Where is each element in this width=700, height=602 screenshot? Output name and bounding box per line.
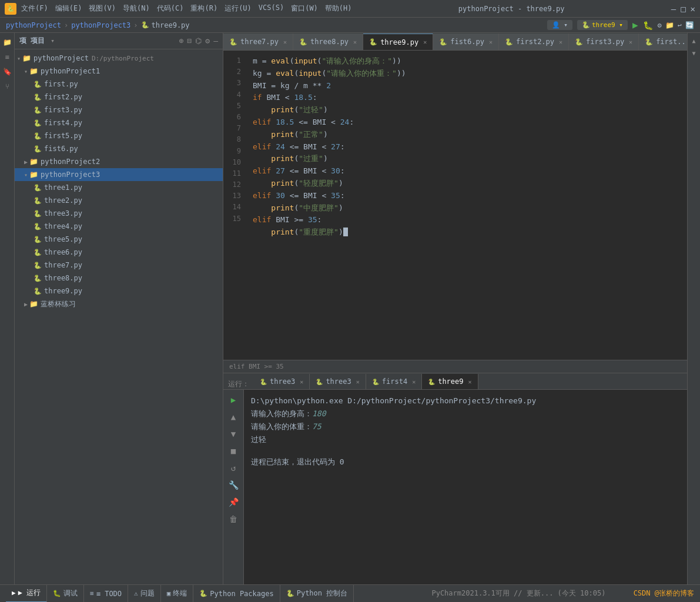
run-output[interactable]: D:\python\python.exe D:/pythonProject/py…	[244, 390, 687, 584]
menu-run[interactable]: 运行(U)	[225, 4, 252, 14]
tab-problems[interactable]: ⚠ 问题	[128, 585, 161, 603]
tree-item-root[interactable]: ▾ 📁 pythonProject D:/pythonProject	[15, 52, 223, 65]
maximize-button[interactable]: □	[681, 4, 685, 14]
tab-terminal[interactable]: ▣ 终端	[161, 585, 194, 603]
tree-item-proj3[interactable]: ▾ 📁 pythonProject3	[15, 168, 223, 181]
menu-window[interactable]: 窗口(W)	[291, 4, 318, 14]
run-wrench-button[interactable]: 🔧	[226, 478, 240, 492]
project-icon[interactable]: 📁	[1, 36, 14, 49]
tab-debug[interactable]: 🐛 调试	[47, 585, 84, 603]
tree-item-three7[interactable]: 🐍 three7.py	[15, 259, 223, 272]
tree-item-lan[interactable]: ▶ 📁 蓝桥杯练习	[15, 297, 223, 310]
close-run-tab-first4[interactable]: ✕	[412, 379, 416, 385]
tree-item-three5[interactable]: 🐍 three5.py	[15, 233, 223, 246]
menu-vcs[interactable]: VCS(S)	[259, 4, 284, 14]
close-tab-three8[interactable]: ✕	[353, 39, 357, 45]
coverage-button[interactable]: ⚙	[658, 21, 662, 29]
run-play-button[interactable]: ▶	[226, 393, 240, 407]
run-stop-button[interactable]: ■	[226, 444, 240, 458]
tree-item-first1[interactable]: 🐍 first.py	[15, 78, 223, 91]
menu-help[interactable]: 帮助(H)	[325, 4, 352, 14]
tab-three9[interactable]: 🐍 three9.py ✕	[363, 34, 433, 50]
tree-item-three8[interactable]: 🐍 three8.py	[15, 272, 223, 285]
code-content[interactable]: m = eval(input("请输入你的身高：")) kg = eval(in…	[247, 51, 687, 360]
tab-run[interactable]: ▶ ▶ 运行	[6, 585, 47, 603]
close-tab-first3[interactable]: ✕	[629, 39, 632, 45]
right-sidebar-item-2[interactable]: ▼	[689, 48, 699, 58]
git-icon[interactable]: ⑂	[1, 80, 14, 93]
run-tab-three9[interactable]: 🐍 three9 ✕	[422, 374, 478, 389]
tree-item-three1[interactable]: 🐍 three1.py	[15, 181, 223, 194]
tab-three8[interactable]: 🐍 three8.py ✕	[293, 34, 363, 50]
menu-nav[interactable]: 导航(N)	[123, 4, 150, 14]
close-button[interactable]: ✕	[691, 4, 695, 14]
collapse-all-button[interactable]: ⊟	[187, 36, 192, 45]
close-run-tab-three3-1[interactable]: ✕	[300, 379, 303, 385]
tab-three7[interactable]: 🐍 three7.py ✕	[223, 34, 293, 50]
profile-button[interactable]: 📁	[665, 21, 674, 29]
tab-todo[interactable]: ≡ ≡ TODO	[84, 585, 128, 603]
menu-bar[interactable]: 文件(F) 编辑(E) 视图(V) 导航(N) 代码(C) 重构(R) 运行(U…	[21, 4, 352, 14]
run-tab-three3-1[interactable]: 🐍 three3 ✕	[254, 374, 310, 389]
tree-item-proj1[interactable]: ▾ 📁 pythonProject1	[15, 65, 223, 78]
item-label-three9: three9.py	[44, 287, 82, 295]
minimize-panel-button[interactable]: —	[213, 36, 218, 45]
close-run-tab-three3-2[interactable]: ✕	[356, 379, 360, 385]
tree-item-fist6[interactable]: 🐍 fist6.py	[15, 142, 223, 155]
tree-item-first5[interactable]: 🐍 first5.py	[15, 129, 223, 142]
menu-edit[interactable]: 编辑(E)	[55, 4, 82, 14]
close-tab-three9[interactable]: ✕	[423, 39, 427, 45]
run-trash-button[interactable]: 🗑	[226, 512, 240, 526]
bookmark-icon[interactable]: 🔖	[1, 65, 14, 78]
close-tab-fist6[interactable]: ✕	[489, 39, 493, 45]
new-file-button[interactable]: ⊕	[179, 36, 184, 45]
run-pin-button[interactable]: 📌	[226, 495, 240, 509]
menu-view[interactable]: 视图(V)	[89, 4, 116, 14]
tree-item-first2[interactable]: 🐍 first2.py	[15, 91, 223, 103]
minimize-button[interactable]: —	[671, 4, 676, 14]
window-controls[interactable]: — □ ✕	[671, 4, 695, 14]
tree-item-three9[interactable]: 🐍 three9.py	[15, 285, 223, 297]
tree-item-three3[interactable]: 🐍 three3.py	[15, 207, 223, 220]
py-icon-three6: 🐍	[34, 249, 42, 256]
tree-item-proj2[interactable]: ▶ 📁 pythonProject2	[15, 155, 223, 168]
tree-item-three2[interactable]: 🐍 three2.py	[15, 194, 223, 207]
breadcrumb-root[interactable]: pythonProject	[6, 21, 61, 29]
run-tab-first4[interactable]: 🐍 first4 ✕	[366, 374, 422, 389]
tree-item-three6[interactable]: 🐍 three6.py	[15, 246, 223, 259]
debug-button[interactable]: 🐛	[643, 21, 653, 30]
undo-button[interactable]: ↩	[678, 21, 682, 29]
run-button[interactable]: ▶	[632, 19, 638, 31]
structure-icon[interactable]: ≡	[1, 51, 14, 63]
code-area[interactable]: 12345 678910 1112131415 m = eval(input("…	[223, 51, 687, 360]
breadcrumb-proj3[interactable]: pythonProject3	[71, 21, 130, 29]
tab-first3[interactable]: 🐍 first3.py ✕	[569, 34, 639, 50]
tree-item-first3[interactable]: 🐍 first3.py	[15, 103, 223, 116]
run-up-button[interactable]: ▲	[226, 410, 240, 424]
refresh-button[interactable]: 🔄	[685, 21, 694, 29]
run-config-selector[interactable]: 🐍 three9 ▾	[577, 20, 628, 30]
right-sidebar-item-1[interactable]: ▲	[689, 36, 699, 45]
run-tab-three3-2[interactable]: 🐍 three3 ✕	[310, 374, 366, 389]
close-tab-first2[interactable]: ✕	[559, 39, 562, 45]
terminal-tab-label: 终端	[173, 588, 187, 598]
tab-python-console[interactable]: 🐍 Python 控制台	[280, 585, 354, 603]
project-dropdown-icon[interactable]: ▾	[51, 37, 55, 45]
menu-refactor[interactable]: 重构(R)	[190, 4, 217, 14]
menu-code[interactable]: 代码(C)	[157, 4, 184, 14]
run-rerun-button[interactable]: ↺	[226, 461, 240, 475]
tab-python-packages[interactable]: 🐍 Python Packages	[193, 585, 280, 603]
close-run-tab-three9[interactable]: ✕	[468, 379, 472, 385]
tab-first2[interactable]: 🐍 first2.py ✕	[499, 34, 569, 50]
run-down-button[interactable]: ▼	[226, 427, 240, 441]
close-tab-three7[interactable]: ✕	[283, 39, 287, 45]
tree-item-first4[interactable]: 🐍 first4.py	[15, 116, 223, 129]
user-button[interactable]: 👤 ▾	[547, 20, 572, 30]
sync-button[interactable]: ⌬	[195, 36, 202, 45]
tab-fist6[interactable]: 🐍 fist6.py ✕	[433, 34, 499, 50]
tab-first-extra[interactable]: 🐍 first... ✕	[639, 34, 687, 50]
item-label-three2: three2.py	[44, 196, 82, 205]
tree-item-three4[interactable]: 🐍 three4.py	[15, 220, 223, 233]
settings-icon[interactable]: ⚙	[205, 36, 210, 45]
menu-file[interactable]: 文件(F)	[21, 4, 48, 14]
